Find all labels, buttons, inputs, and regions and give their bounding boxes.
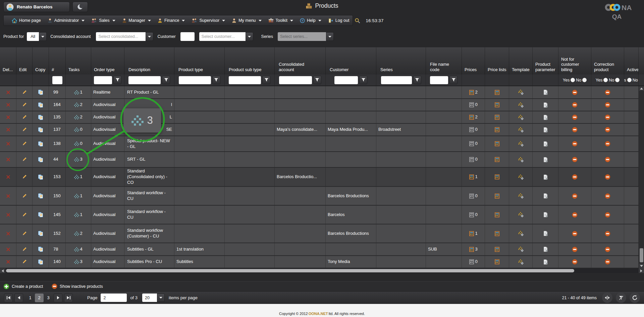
edit-button[interactable]: [22, 102, 27, 107]
edit-button[interactable]: [22, 127, 27, 132]
edit-button[interactable]: [22, 141, 27, 146]
delete-button[interactable]: [6, 194, 11, 199]
items-per-page-select[interactable]: 20: [142, 294, 165, 302]
column-header-edit[interactable]: Edit: [16, 47, 33, 74]
template-button[interactable]: [518, 115, 524, 120]
customer-select-input[interactable]: [199, 32, 246, 41]
column-header-nfb[interactable]: Not for customer billing: [558, 47, 591, 74]
delete-button[interactable]: [6, 102, 11, 107]
nav-item-help[interactable]: ?Help: [297, 15, 325, 25]
next-page-button[interactable]: [54, 294, 62, 302]
page-2-button[interactable]: 2: [35, 294, 44, 302]
product-for-dropdown-button[interactable]: [39, 32, 47, 41]
price-lists-button[interactable]: [494, 174, 500, 179]
prices-button[interactable]: [469, 247, 474, 252]
edit-button[interactable]: [22, 115, 27, 120]
price-lists-button[interactable]: [494, 259, 500, 264]
nav-item-manager[interactable]: Manager: [119, 15, 154, 25]
prices-button[interactable]: [469, 102, 474, 107]
copy-button[interactable]: [38, 157, 43, 162]
column-header-plists[interactable]: Price lists: [485, 47, 509, 74]
template-button[interactable]: [518, 141, 524, 147]
price-lists-button[interactable]: [494, 141, 500, 146]
nav-item-supervisor[interactable]: Supervisor: [188, 15, 228, 25]
refresh-button[interactable]: [630, 293, 640, 303]
delete-button[interactable]: [6, 127, 11, 132]
price-lists-button[interactable]: [494, 127, 500, 132]
desc-filter-funnel-button[interactable]: [162, 76, 170, 84]
prices-button[interactable]: [469, 115, 474, 120]
product-parameter-button[interactable]: [543, 102, 548, 108]
template-button[interactable]: [518, 247, 524, 252]
tasks-button[interactable]: [74, 194, 79, 198]
product-parameter-button[interactable]: [543, 115, 548, 120]
template-button[interactable]: [518, 102, 524, 108]
create-product-button[interactable]: Create a product: [3, 283, 43, 289]
column-header-tasks[interactable]: Tasks: [66, 47, 91, 74]
ptype-filter-funnel-button[interactable]: [212, 76, 220, 84]
nav-item-toolkit[interactable]: Toolkit: [265, 15, 297, 25]
num-filter-input[interactable]: [52, 76, 62, 84]
tasks-button[interactable]: [74, 231, 79, 236]
template-button[interactable]: [518, 259, 524, 265]
product-parameter-button[interactable]: [543, 193, 548, 199]
prices-button[interactable]: [469, 157, 474, 162]
customer-dropdown-button[interactable]: [246, 32, 253, 41]
product-parameter-button[interactable]: [543, 141, 548, 147]
tasks-button[interactable]: [74, 213, 79, 217]
column-header-pparam[interactable]: Product parameter: [533, 47, 558, 74]
page-1-button[interactable]: 1: [26, 295, 34, 300]
clear-filter-button[interactable]: [616, 293, 626, 303]
tasks-button[interactable]: [74, 142, 79, 146]
delete-button[interactable]: [6, 174, 11, 179]
series-dropdown-button[interactable]: [326, 32, 334, 41]
copy-button[interactable]: [38, 102, 43, 108]
delete-button[interactable]: [6, 90, 11, 95]
tasks-button[interactable]: [74, 90, 79, 95]
prices-button[interactable]: [469, 231, 474, 236]
column-header-series[interactable]: Series: [376, 47, 426, 74]
resize-columns-button[interactable]: [602, 293, 612, 303]
price-lists-button[interactable]: [494, 247, 500, 252]
product-parameter-button[interactable]: [543, 212, 548, 217]
copy-button[interactable]: [38, 141, 43, 147]
tasks-button[interactable]: [74, 127, 79, 132]
scroll-left-button[interactable]: [0, 268, 5, 273]
tasks-button[interactable]: [74, 175, 79, 179]
last-page-button[interactable]: [64, 294, 73, 302]
copy-button[interactable]: [38, 231, 43, 236]
horizontal-scrollbar[interactable]: [0, 268, 644, 273]
consol-filter-input[interactable]: [279, 76, 312, 84]
fname-filter-input[interactable]: [430, 76, 448, 84]
copy-button[interactable]: [38, 174, 43, 180]
copy-button[interactable]: [38, 247, 43, 252]
column-header-copy[interactable]: Copy: [33, 47, 49, 74]
nav-item-finance[interactable]: Finance: [154, 15, 188, 25]
first-page-button[interactable]: [4, 294, 13, 302]
consolidated-account-dropdown-button[interactable]: [146, 32, 153, 41]
consol-filter-funnel-button[interactable]: [313, 76, 321, 84]
prices-button[interactable]: [469, 212, 474, 217]
edit-button[interactable]: [22, 157, 27, 162]
fname-filter-funnel-button[interactable]: [449, 76, 458, 84]
column-header-desc[interactable]: Description: [124, 47, 174, 74]
customer-filter-funnel-button[interactable]: [359, 76, 367, 84]
series-select-input[interactable]: [278, 32, 326, 41]
page-3-button[interactable]: 3: [44, 295, 52, 300]
edit-button[interactable]: [22, 90, 27, 95]
edit-button[interactable]: [22, 194, 27, 199]
items-per-page-dropdown-button[interactable]: [157, 294, 165, 302]
edit-button[interactable]: [22, 247, 27, 252]
column-header-psub[interactable]: Product sub type: [225, 47, 275, 74]
scroll-right-button[interactable]: [639, 268, 644, 273]
delete-button[interactable]: [6, 259, 11, 264]
prices-button[interactable]: [469, 141, 474, 146]
page-number-input[interactable]: [101, 294, 127, 302]
price-lists-button[interactable]: [494, 102, 500, 107]
dark-mode-toggle[interactable]: [72, 2, 88, 12]
prices-button[interactable]: [469, 194, 474, 199]
show-inactive-products-button[interactable]: Show inactive products: [52, 283, 103, 289]
product-parameter-button[interactable]: [543, 127, 548, 133]
product-for-select[interactable]: All: [27, 32, 47, 41]
template-button[interactable]: [518, 157, 524, 162]
